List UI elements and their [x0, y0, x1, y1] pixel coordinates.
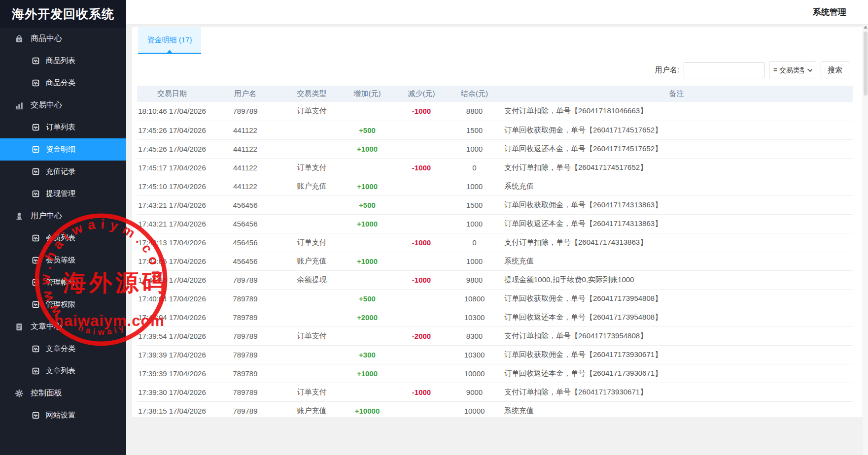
cell-date: 17:40:36 17/04/2026 [137, 270, 207, 289]
cell-decrease: -1000 [394, 270, 449, 289]
sidebar-item-article-center[interactable]: 文章中心 [0, 316, 126, 338]
sidebar-item-label: 会员等级 [46, 256, 75, 265]
transaction-type-select[interactable]: = 交易类型 = [769, 62, 816, 78]
clipboard-icon [32, 256, 40, 264]
cell-balance: 10300 [449, 308, 500, 326]
cell-user: 789789 [207, 401, 283, 420]
sidebar-item-member-list[interactable]: 会员列表 [0, 227, 126, 249]
vertical-scrollbar[interactable] [863, 25, 868, 455]
sidebar-item-label: 管理权限 [46, 300, 75, 309]
tab-label: 资金明细 (17) [147, 35, 192, 45]
cell-remark: 订单回收返还本金，单号【260417173930671】 [500, 364, 853, 383]
cell-date: 17:40:04 17/04/2026 [137, 308, 207, 326]
cell-balance: 10300 [449, 345, 500, 364]
cell-date: 17:45:17 17/04/2026 [137, 158, 207, 177]
fund-table: 交易日期 用户名 交易类型 增加(元) 减少(元) 结余(元) 备注 18:10… [137, 86, 853, 421]
sidebar-item-product-center[interactable]: 商品中心 [0, 28, 126, 50]
cell-user: 456456 [207, 233, 283, 252]
cell-user: 789789 [207, 308, 283, 326]
bag-icon [15, 34, 24, 43]
cell-type [283, 214, 340, 233]
tab-fund-detail[interactable]: 资金明细 (17) [138, 27, 201, 54]
sidebar-item-withdraw-manage[interactable]: 提现管理 [0, 183, 126, 205]
cell-decrease [394, 289, 449, 308]
sidebar-item-label: 文章中心 [31, 322, 62, 332]
sidebar: 海外开发回收系统 商品中心商品列表商品分类交易中心订单列表资金明细充值记录提现管… [0, 0, 126, 455]
cell-remark: 支付订单扣除，单号【260417174517652】 [500, 158, 853, 177]
sidebar-item-label: 会员列表 [46, 233, 75, 243]
sidebar-item-label: 网站设置 [46, 411, 75, 420]
cell-user: 456456 [207, 195, 283, 214]
cell-remark: 订单回收获取佣金，单号【260417173954808】 [500, 289, 853, 308]
clipboard-icon [32, 145, 40, 154]
sidebar-item-article-list[interactable]: 文章列表 [0, 360, 126, 382]
col-balance: 结余(元) [449, 86, 500, 102]
chart-icon [15, 101, 24, 110]
cell-date: 17:40:04 17/04/2026 [137, 289, 207, 308]
cell-remark: 系统充值 [500, 401, 853, 420]
table-body: 18:10:46 17/04/2026789789订单支付-10008800支付… [137, 102, 853, 420]
scrollbar-thumb[interactable] [864, 32, 868, 96]
system-manage-menu[interactable]: 系统管理 [813, 0, 846, 25]
cell-user: 789789 [207, 289, 283, 308]
cell-type: 账户充值 [283, 401, 340, 420]
cell-date: 17:39:39 17/04/2026 [137, 345, 207, 364]
scroll-up-icon[interactable] [864, 26, 868, 29]
sidebar-item-admin-permission[interactable]: 管理权限 [0, 293, 126, 316]
table-row: 17:40:04 17/04/2026789789+200010300订单回收返… [137, 308, 853, 326]
sidebar-item-site-settings[interactable]: 网站设置 [0, 404, 126, 426]
cell-balance: 8300 [449, 326, 500, 345]
sidebar-item-member-level[interactable]: 会员等级 [0, 249, 126, 271]
cell-balance: 1000 [449, 214, 500, 233]
cell-remark: 订单回收返还本金，单号【260417174313863】 [500, 214, 853, 233]
sidebar-item-product-category[interactable]: 商品分类 [0, 72, 126, 94]
cell-remark: 订单回收返还本金，单号【260417173954808】 [500, 308, 853, 326]
clipboard-icon [32, 79, 40, 87]
table-row: 18:10:46 17/04/2026789789订单支付-10008800支付… [137, 102, 853, 121]
cell-increase: +500 [340, 121, 394, 139]
transaction-type-select-wrap: = 交易类型 = [769, 62, 816, 78]
cell-date: 17:45:10 17/04/2026 [137, 177, 207, 195]
sidebar-item-control-panel[interactable]: 控制面板 [0, 382, 126, 404]
clipboard-icon [32, 123, 40, 131]
cell-remark: 订单回收返还本金，单号【260417174517652】 [500, 139, 853, 158]
sidebar-item-recharge-record[interactable]: 充值记录 [0, 161, 126, 183]
table-row: 17:39:54 17/04/2026789789订单支付-20008300支付… [137, 326, 853, 345]
cell-increase: +1000 [340, 364, 394, 383]
sidebar-item-fund-detail[interactable]: 资金明细 [0, 138, 126, 161]
table-row: 17:39:30 17/04/2026789789订单支付-10009000支付… [137, 383, 853, 401]
clipboard-icon [32, 57, 40, 65]
cell-balance: 0 [449, 233, 500, 252]
cell-increase: +1000 [340, 139, 394, 158]
cell-increase: +500 [340, 195, 394, 214]
cell-date: 17:38:15 17/04/2026 [137, 401, 207, 420]
sidebar-item-user-center[interactable]: 用户中心 [0, 205, 126, 227]
username-input[interactable] [684, 62, 764, 78]
cell-date: 17:43:13 17/04/2026 [137, 233, 207, 252]
cell-type: 订单支付 [283, 158, 340, 177]
cell-decrease: -2000 [394, 326, 449, 345]
col-date: 交易日期 [137, 86, 207, 102]
sidebar-item-admin-account[interactable]: 管理帐号 [0, 271, 126, 293]
cell-balance: 0 [449, 158, 500, 177]
sidebar-item-product-list[interactable]: 商品列表 [0, 50, 126, 72]
search-toolbar: 用户名: = 交易类型 = 搜索 [132, 54, 863, 86]
cell-type: 订单支付 [283, 326, 340, 345]
cell-increase: +1000 [340, 214, 394, 233]
table-row: 17:45:10 17/04/2026441122账户充值+10001000系统… [137, 177, 853, 195]
sidebar-item-trade-center[interactable]: 交易中心 [0, 94, 126, 116]
sidebar-item-label: 资金明细 [46, 145, 75, 154]
cell-date: 17:43:21 17/04/2026 [137, 195, 207, 214]
cell-remark: 订单回收获取佣金，单号【260417173930671】 [500, 345, 853, 364]
cell-decrease: -1000 [394, 383, 449, 401]
cell-date: 17:43:21 17/04/2026 [137, 214, 207, 233]
sidebar-item-order-list[interactable]: 订单列表 [0, 116, 126, 138]
search-button[interactable]: 搜索 [821, 62, 849, 78]
sidebar-item-article-category[interactable]: 文章分类 [0, 338, 126, 360]
clipboard-icon [32, 300, 40, 309]
cell-remark: 支付订单扣除，单号【260417181046663】 [500, 102, 853, 121]
cell-increase [340, 233, 394, 252]
clipboard-icon [32, 234, 40, 242]
cell-remark: 提现金额1000,扣手续费0,实际到账1000 [500, 270, 853, 289]
cell-remark: 订单回收获取佣金，单号【260417174517652】 [500, 121, 853, 139]
